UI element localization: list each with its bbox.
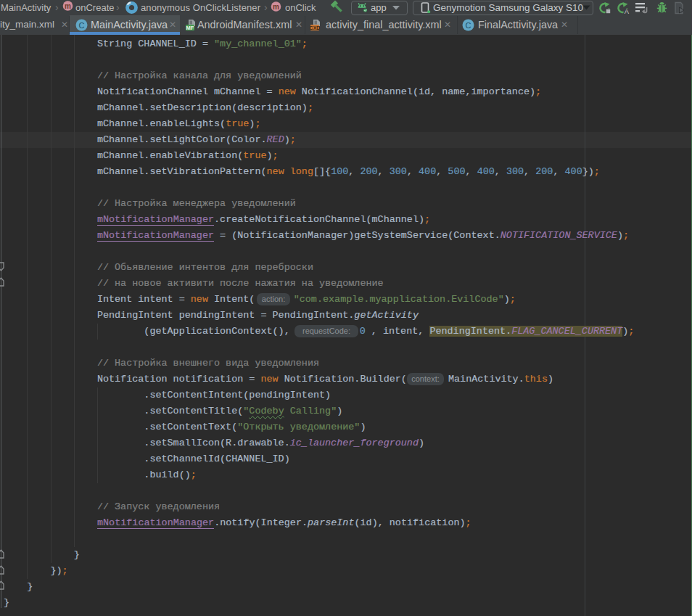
svg-text:C: C: [79, 21, 85, 30]
svg-text:m: m: [273, 3, 279, 11]
svg-text:C: C: [466, 21, 471, 30]
svg-text:CXD: CXD: [310, 25, 320, 30]
svg-text:A: A: [625, 7, 630, 15]
svg-text:m: m: [65, 2, 71, 10]
svg-text:MF: MF: [186, 25, 194, 31]
